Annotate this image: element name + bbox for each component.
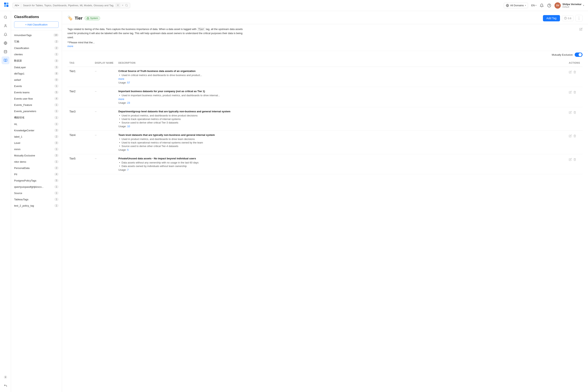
- sidebar-item[interactable]: qwertyuiopasdfghjklzxcv... 1: [11, 184, 62, 190]
- sidebar-item[interactable]: PostgresPolicyTags 5: [11, 178, 62, 184]
- table-row: Tier4 -- Team level datasets that are ty…: [68, 131, 582, 154]
- sidebar-item[interactable]: Classification 2: [11, 45, 62, 51]
- nav-book[interactable]: [2, 56, 10, 64]
- desc-bullet: Data assets without any ownership with n…: [122, 161, 565, 164]
- sidebar-item[interactable]: test_2_policy_tag 1: [11, 202, 62, 209]
- display-name-cell: --: [93, 87, 116, 107]
- edit-description-button[interactable]: [580, 27, 582, 31]
- delete-tag-button[interactable]: [573, 70, 576, 74]
- add-tag-button[interactable]: Add Tag: [543, 15, 560, 21]
- add-classification-button[interactable]: + Add Classification: [14, 21, 58, 28]
- col-header-tag: TAG: [68, 59, 93, 67]
- more-link[interactable]: more: [118, 78, 565, 80]
- description-more-link[interactable]: more: [68, 45, 73, 48]
- sidebar-item-count: 1: [54, 185, 58, 188]
- display-dash: --: [95, 157, 97, 160]
- domain-chevron: ▾: [525, 4, 526, 6]
- sidebar-item[interactable]: clientes 1: [11, 51, 62, 58]
- edit-tag-button[interactable]: [569, 90, 572, 94]
- description-cell: Private/Unused data assets - No impact b…: [116, 154, 567, 174]
- sidebar-item[interactable]: KnowledgeCenter 3: [11, 127, 62, 134]
- sidebar-item[interactable]: Events user flow 4: [11, 96, 62, 102]
- usage-text: Usage: 7: [118, 168, 565, 171]
- sidebar-item[interactable]: dbtTags1 8: [11, 70, 62, 77]
- sidebar-item[interactable]: label_1 2: [11, 134, 62, 140]
- search-shortcut-kbd: ⌘: [116, 4, 120, 7]
- sidebar-item-name: mmm: [14, 148, 54, 151]
- search-input[interactable]: [23, 4, 114, 7]
- sidebar-item-name: TableauTags: [14, 198, 54, 201]
- sidebar-item-count: 1: [54, 110, 58, 113]
- edit-tag-button[interactable]: [569, 134, 572, 138]
- sidebar-item-count: 3: [54, 129, 58, 132]
- nav-globe[interactable]: [2, 39, 10, 47]
- sidebar-item[interactable]: TableauTags 1: [11, 196, 62, 202]
- sidebar-item-count: 2: [54, 40, 58, 43]
- sidebar-item[interactable]: Events_Feature 1: [11, 102, 62, 108]
- delete-tag-button[interactable]: [573, 158, 576, 161]
- sidebar-item[interactable]: Events_parameters 1: [11, 108, 62, 114]
- edit-tag-button[interactable]: [569, 70, 572, 74]
- sidebar-item[interactable]: PII 4: [11, 171, 62, 178]
- edit-tag-button[interactable]: [569, 110, 572, 114]
- sidebar-item[interactable]: asfasf 0: [11, 77, 62, 83]
- tag-name: Tier1: [70, 70, 76, 73]
- actions-cell: [567, 107, 582, 131]
- help-icon[interactable]: [547, 3, 551, 8]
- desc-bullet: Data assets owned by individuals without…: [122, 165, 565, 168]
- delete-tag-button[interactable]: [573, 110, 576, 114]
- sidebar-item[interactable]: Events teams 5: [11, 89, 62, 96]
- sidebar-item[interactable]: AmundsenTags 19: [11, 32, 62, 38]
- nav-search[interactable]: [2, 13, 10, 21]
- sidebar-item[interactable]: Source 1: [11, 190, 62, 196]
- tags-table: TAG DISPLAY NAME DESCRIPTION ACTIONS Tie…: [68, 59, 582, 174]
- nav-database[interactable]: [2, 48, 10, 56]
- page-title: Tier: [75, 16, 82, 21]
- sidebar-item[interactable]: 它她 2: [11, 38, 62, 45]
- delete-tag-button[interactable]: [573, 134, 576, 138]
- search-bar[interactable]: All ▾ | ⌘ ✕: [12, 3, 130, 8]
- sidebar-item[interactable]: nitor demo 1: [11, 158, 62, 165]
- sidebar-item-count: 1: [54, 160, 58, 163]
- more-link[interactable]: more: [118, 98, 565, 100]
- user-info[interactable]: SV Shilpa Vernekar Default ▾: [554, 2, 584, 8]
- sidebar-item[interactable]: mmm 1: [11, 146, 62, 152]
- edit-tag-button[interactable]: [569, 158, 572, 161]
- sidebar-item-name: nitor demo: [14, 160, 54, 163]
- desc-text3: **Please mind that the...: [68, 41, 95, 44]
- sidebar-item[interactable]: HL 1: [11, 121, 62, 127]
- delete-tag-button[interactable]: [573, 90, 576, 94]
- notification-icon[interactable]: [540, 3, 544, 8]
- sidebar-item[interactable]: Mutually Exclusive 3: [11, 152, 62, 158]
- all-filter[interactable]: All ▾: [15, 4, 19, 7]
- search-clear[interactable]: ✕: [122, 4, 124, 7]
- sidebar-item-count: 2: [54, 46, 58, 50]
- description-cell: Department/group level datasets that are…: [116, 107, 567, 131]
- sidebar-item[interactable]: Level 3: [11, 140, 62, 146]
- sidebar-item[interactable]: DataLayer 3: [11, 64, 62, 70]
- more-options-button[interactable]: ⋮: [576, 15, 582, 22]
- sidebar-item-name: Level: [14, 142, 54, 144]
- badge-label: System: [90, 17, 98, 20]
- sidebar-item-count: 1: [54, 53, 58, 56]
- sidebar-item-count: 1: [54, 204, 58, 207]
- description-area: Tags related to tiering of the data. Tie…: [62, 24, 588, 51]
- sidebar-item-count: 2: [54, 135, 58, 138]
- sidebar-item[interactable]: 数据源 3: [11, 58, 62, 64]
- sidebar-item-name: Events teams: [14, 91, 54, 94]
- sidebar-item-name: DataLayer: [14, 66, 54, 69]
- nav-settings[interactable]: [2, 373, 10, 381]
- sidebar-item[interactable]: PersonalData 2: [11, 165, 62, 171]
- mutually-exclusive-toggle[interactable]: [575, 52, 582, 57]
- sidebar-item-name: 機能領域: [14, 116, 54, 119]
- domain-selector[interactable]: All Domains ▾: [504, 3, 528, 8]
- app-logo[interactable]: [4, 2, 10, 8]
- nav-back[interactable]: [2, 382, 10, 390]
- nav-notification[interactable]: [2, 30, 10, 38]
- nav-users[interactable]: [2, 22, 10, 30]
- description-text: Tags related to tiering of the data. Tie…: [68, 27, 244, 40]
- lang-selector[interactable]: EN ▾: [531, 4, 536, 7]
- col-header-desc: DESCRIPTION: [116, 59, 567, 67]
- sidebar-item[interactable]: 機能領域 1: [11, 114, 62, 121]
- sidebar-item[interactable]: Events 1: [11, 83, 62, 89]
